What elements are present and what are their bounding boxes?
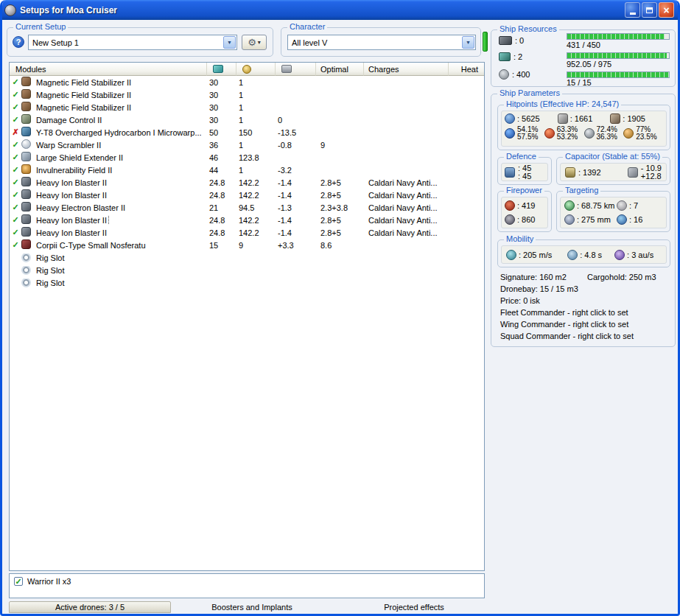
help-button[interactable]: ? xyxy=(13,36,24,48)
armor-resist-value: 36.3% xyxy=(597,133,617,141)
active-drones-panel-header[interactable]: Active drones: 3 / 5 xyxy=(9,601,171,613)
module-name-cell: Large Shield Extender II xyxy=(35,153,207,162)
module-row[interactable]: ✓Heavy Ion Blaster II24.8142.2-1.42.8+5C… xyxy=(10,176,484,189)
module-row[interactable]: ✓Heavy Ion Blaster II24.8142.2-1.42.8+5C… xyxy=(10,226,484,239)
module-powergrid-value: 150 xyxy=(236,128,276,137)
drone-checkbox[interactable]: ✓ xyxy=(14,577,23,586)
drone-list-item[interactable]: ✓ Warrior II x3 xyxy=(14,577,480,586)
module-cpu-value: 30 xyxy=(207,78,236,87)
column-header-cpu[interactable] xyxy=(207,63,236,76)
volley-value: : 860 xyxy=(517,215,535,224)
armor-resist-value: 23.5% xyxy=(636,133,656,141)
module-optimal-value: 2.8+5 xyxy=(316,216,364,225)
module-row[interactable]: Rig Slot xyxy=(10,264,484,276)
fitted-check-icon: ✓ xyxy=(10,78,21,86)
setup-tools-button[interactable]: ⚙ ▾ xyxy=(242,35,267,50)
module-icon-cell xyxy=(21,239,35,251)
module-cpu-value: 36 xyxy=(207,141,236,150)
column-header-optimal[interactable]: Optimal xyxy=(316,63,364,76)
module-row[interactable]: ✓Warp Scrambler II361-0.89 xyxy=(10,139,484,151)
module-powergrid-value: 142.2 xyxy=(236,191,276,200)
fitted-check-icon: ✓ xyxy=(10,178,21,186)
ship-resources-caption: Ship Resources xyxy=(497,24,559,33)
module-name: Corpii C-Type Small Nosferatu xyxy=(35,241,147,250)
armor-hp-value: : 1661 xyxy=(570,114,593,123)
maximize-button[interactable] xyxy=(642,2,657,18)
explosive-damage-icon xyxy=(623,128,634,139)
module-row[interactable]: ✓Heavy Electron Blaster II2194.5-1.32.3+… xyxy=(10,201,484,214)
module-row[interactable]: ✓Magnetic Field Stabilizer II301 xyxy=(10,101,484,113)
powergrid-bar-fill xyxy=(567,53,667,58)
module-icon-cell xyxy=(21,266,35,275)
module-row[interactable]: ✓Magnetic Field Stabilizer II301 xyxy=(10,88,484,101)
module-name-cell: Heavy Electron Blaster II xyxy=(35,203,207,212)
targeting-range-icon xyxy=(564,200,575,211)
column-header-heat[interactable]: Heat xyxy=(449,63,484,76)
module-name: Magnetic Field Stabilizer II xyxy=(35,103,133,112)
cpu-bar-fill xyxy=(567,34,665,39)
module-row[interactable]: ✓Damage Control II3010 xyxy=(10,113,484,126)
targeting-caption: Targeting xyxy=(563,186,600,195)
fitted-check-icon: ✓ xyxy=(10,216,21,224)
targeting-panel: : 68.75 km : 7 : 275 mm : 16 xyxy=(560,197,667,228)
module-row[interactable]: Rig Slot xyxy=(10,276,484,289)
character-group: Character All level V ▼ xyxy=(281,27,481,57)
module-name: Rig Slot xyxy=(35,253,66,262)
minimize-button[interactable] xyxy=(625,2,640,18)
boosters-implants-panel-header[interactable]: Boosters and Implants xyxy=(171,601,333,613)
info-line: Wing Commander - right click to set xyxy=(500,318,670,330)
ship-info: Signature: 160 m2 Cargohold: 250 m3 Dron… xyxy=(500,271,670,342)
launcher-hardpoints: : 2 xyxy=(499,52,522,61)
fitted-check-icon: ✓ xyxy=(10,166,21,174)
character-combobox[interactable]: All level V ▼ xyxy=(287,35,476,50)
ship-resources-group: Ship Resources : 0 : 2 : 400 431 / 450 9… xyxy=(491,29,676,87)
module-cpu-value: 24.8 xyxy=(207,178,236,187)
column-header-modules[interactable]: Modules xyxy=(10,63,207,76)
calibration-value: : 400 xyxy=(512,70,530,79)
thermal-damage-icon xyxy=(544,128,555,139)
module-row[interactable]: ✗Y-T8 Overcharged Hydrocarbon I Microwar… xyxy=(10,126,484,139)
title-bar[interactable]: Setups for Moa Cruiser × xyxy=(0,0,680,20)
module-powergrid-value: 9 xyxy=(236,241,276,250)
column-header-capacitor[interactable] xyxy=(276,63,316,76)
column-header-powergrid[interactable] xyxy=(236,63,276,76)
module-name: Magnetic Field Stabilizer II xyxy=(35,78,133,87)
module-row[interactable]: ✓Large Shield Extender II46123.8 xyxy=(10,151,484,164)
setup-combobox-value: New Setup 1 xyxy=(29,38,222,47)
fitted-check-icon: ✓ xyxy=(10,153,21,161)
modules-table: Modules Optimal Charges Heat ✓Magnetic F… xyxy=(9,62,485,571)
projected-effects-panel-header[interactable]: Projected effects xyxy=(333,601,495,613)
targeting-range-stat: : 68.75 km xyxy=(564,200,617,211)
setup-combobox-arrow-icon[interactable]: ▼ xyxy=(223,36,236,49)
module-row[interactable]: ✓Magnetic Field Stabilizer II301 xyxy=(10,76,484,88)
fitted-check-icon: ✓ xyxy=(10,141,21,149)
character-combobox-arrow-icon[interactable]: ▼ xyxy=(462,36,474,49)
module-row[interactable]: Rig Slot xyxy=(10,251,484,264)
module-charges-value: Caldari Navy Anti... xyxy=(364,228,449,237)
volley-icon xyxy=(505,214,515,225)
module-row[interactable]: ✓Heavy Ion Blaster II24.8142.2-1.42.8+5C… xyxy=(10,214,484,226)
defence-caption: Defence xyxy=(504,152,539,161)
fitted-check-icon: ✓ xyxy=(10,91,21,99)
warp-speed-icon xyxy=(614,250,625,260)
module-row[interactable]: ✓Heavy Ion Blaster II24.8142.2-1.42.8+5C… xyxy=(10,189,484,201)
capacitor-caption: Capacitor (Stable at: 55%) xyxy=(563,152,662,161)
module-powergrid-value: 1 xyxy=(236,166,276,175)
blaster-icon xyxy=(21,227,31,237)
boosters-implants-label: Boosters and Implants xyxy=(211,603,292,612)
structure-hp-value: : 1905 xyxy=(623,114,645,123)
module-name-cell: Rig Slot xyxy=(35,253,207,262)
close-button[interactable]: × xyxy=(659,2,674,18)
scan-resolution-value: : 275 mm xyxy=(577,215,611,224)
hitpoints-caption: Hitpoints (Effective HP: 24,547) xyxy=(504,99,621,108)
setup-combobox[interactable]: New Setup 1 ▼ xyxy=(28,35,237,50)
active-drones-label: Active drones: 3 / 5 xyxy=(55,603,125,612)
module-icon-cell xyxy=(21,139,35,150)
module-row[interactable]: ✓Invulnerability Field II441-3.2 xyxy=(10,164,484,176)
window-title: Setups for Moa Cruiser xyxy=(20,5,625,15)
column-header-charges[interactable]: Charges xyxy=(364,63,449,76)
module-powergrid-value: 1 xyxy=(236,78,276,87)
module-row[interactable]: ✓Corpii C-Type Small Nosferatu159+3.38.6 xyxy=(10,239,484,251)
info-line: Squad Commander - right click to set xyxy=(500,330,670,342)
module-cpu-value: 46 xyxy=(207,153,236,162)
